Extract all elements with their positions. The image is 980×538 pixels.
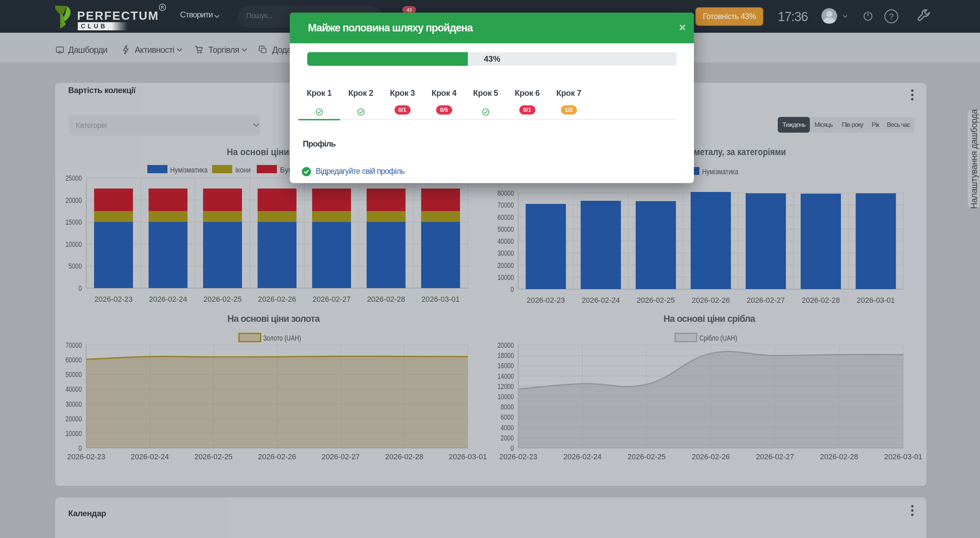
svg-text:18000: 18000 — [498, 351, 514, 360]
svg-text:2026-02-27: 2026-02-27 — [756, 452, 794, 461]
svg-text:2026-02-25: 2026-02-25 — [204, 295, 242, 304]
svg-text:2026-02-25: 2026-02-25 — [636, 296, 675, 304]
svg-text:2026-02-28: 2026-02-28 — [802, 296, 840, 304]
svg-text:2026-02-24: 2026-02-24 — [582, 296, 620, 304]
svg-text:8000: 8000 — [501, 403, 514, 411]
svg-text:60000: 60000 — [65, 356, 82, 364]
svg-text:2026-03-01: 2026-03-01 — [884, 452, 923, 461]
svg-text:70000: 70000 — [498, 201, 514, 209]
svg-text:60000: 60000 — [498, 213, 514, 221]
svg-text:0: 0 — [78, 444, 82, 452]
svg-text:10000: 10000 — [498, 392, 514, 401]
svg-text:2026-02-24: 2026-02-24 — [149, 295, 187, 304]
svg-text:2026-02-27: 2026-02-27 — [747, 296, 785, 304]
svg-text:10000: 10000 — [65, 429, 82, 438]
svg-text:20000: 20000 — [498, 261, 514, 270]
svg-text:0: 0 — [78, 284, 82, 293]
svg-text:2026-03-01: 2026-03-01 — [422, 295, 460, 304]
svg-text:80000: 80000 — [498, 189, 514, 197]
svg-text:2026-02-24: 2026-02-24 — [131, 452, 169, 461]
svg-text:20000: 20000 — [498, 341, 514, 349]
svg-text:На основі ціни: На основі ціни — [227, 147, 289, 157]
svg-text:2026-02-26: 2026-02-26 — [258, 452, 296, 461]
svg-text:16000: 16000 — [498, 361, 514, 370]
svg-text:2000: 2000 — [501, 434, 514, 442]
svg-text:15000: 15000 — [65, 218, 82, 226]
svg-text:2026-02-23: 2026-02-23 — [499, 452, 538, 461]
svg-text:2026-02-26: 2026-02-26 — [692, 452, 730, 461]
svg-text:Золото (UAH): Золото (UAH) — [263, 334, 301, 342]
svg-text:6000: 6000 — [501, 413, 514, 422]
svg-text:70000: 70000 — [65, 341, 82, 349]
svg-text:0: 0 — [511, 444, 514, 452]
svg-text:30000: 30000 — [65, 400, 82, 408]
svg-text:На основі ціни золота: На основі ціни золота — [228, 314, 320, 324]
svg-text:2026-02-23: 2026-02-23 — [67, 452, 105, 461]
svg-text:2026-02-28: 2026-02-28 — [367, 295, 405, 304]
svg-text:20000: 20000 — [65, 196, 82, 205]
svg-text:металу, за категоріями: металу, за категоріями — [694, 147, 786, 157]
svg-text:2026-02-28: 2026-02-28 — [820, 452, 858, 461]
svg-text:2026-02-26: 2026-02-26 — [258, 295, 296, 304]
svg-text:4000: 4000 — [501, 423, 514, 432]
svg-text:2026-02-28: 2026-02-28 — [385, 452, 423, 461]
svg-text:12000: 12000 — [498, 382, 514, 391]
svg-text:30000: 30000 — [498, 249, 514, 258]
svg-text:10000: 10000 — [498, 273, 514, 282]
svg-text:Нумізматика: Нумізматика — [170, 166, 208, 174]
svg-text:50000: 50000 — [65, 370, 82, 379]
svg-text:40000: 40000 — [498, 237, 514, 245]
svg-text:Нумізматика: Нумізматика — [702, 167, 738, 176]
svg-text:2026-02-23: 2026-02-23 — [527, 296, 565, 304]
svg-text:25000: 25000 — [65, 174, 82, 182]
svg-text:На основі ціни срібла: На основі ціни срібла — [663, 314, 756, 324]
svg-text:20000: 20000 — [65, 415, 82, 423]
svg-text:2026-02-27: 2026-02-27 — [321, 452, 360, 461]
svg-text:40000: 40000 — [65, 385, 82, 393]
svg-text:2026-02-27: 2026-02-27 — [312, 295, 350, 304]
svg-text:5000: 5000 — [68, 262, 82, 271]
svg-text:14000: 14000 — [498, 372, 514, 380]
svg-text:Срібло (UAH): Срібло (UAH) — [699, 334, 737, 342]
svg-text:2026-03-01: 2026-03-01 — [449, 452, 487, 461]
svg-text:2026-02-24: 2026-02-24 — [563, 452, 601, 461]
svg-text:0: 0 — [511, 285, 514, 294]
svg-text:2026-02-25: 2026-02-25 — [627, 452, 666, 461]
svg-text:10000: 10000 — [65, 240, 82, 248]
svg-text:2026-02-23: 2026-02-23 — [94, 295, 133, 304]
svg-text:2026-02-25: 2026-02-25 — [194, 452, 232, 461]
svg-text:50000: 50000 — [498, 225, 514, 234]
svg-text:2026-02-26: 2026-02-26 — [692, 296, 730, 304]
svg-text:2026-03-01: 2026-03-01 — [857, 296, 895, 304]
svg-text:Ікони: Ікони — [235, 166, 251, 174]
